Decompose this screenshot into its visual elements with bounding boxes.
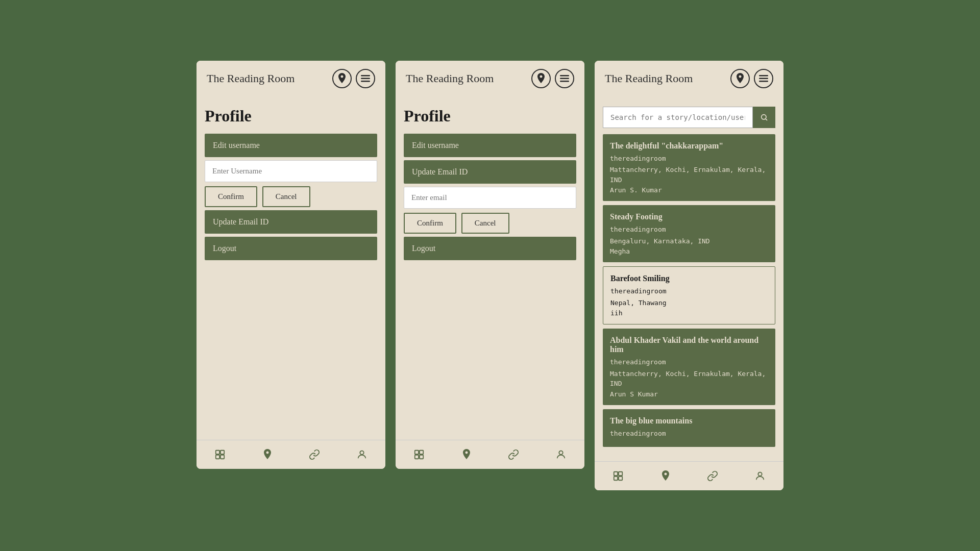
screen-2-profile-email: The Reading Room Profile Edit us (396, 61, 584, 469)
story-title-1: Steady Footing (610, 212, 768, 221)
menu-icon-btn-2[interactable] (555, 69, 574, 88)
location-icon-1 (337, 73, 347, 84)
search-button[interactable] (753, 107, 775, 128)
header-3: The Reading Room (595, 61, 783, 96)
svg-rect-10 (560, 81, 569, 82)
svg-rect-23 (619, 477, 622, 480)
bottom-nav-3 (595, 461, 783, 490)
nav-link-3[interactable] (705, 469, 720, 483)
nav-profile-2[interactable] (554, 447, 568, 462)
nav-location-2[interactable] (459, 447, 474, 462)
nav-home-3[interactable] (611, 469, 625, 483)
bottom-nav-1 (197, 440, 385, 469)
email-btn-row-2: Confirm Cancel (404, 213, 576, 234)
screen-3-search: The Reading Room (595, 61, 783, 491)
nav-location-3[interactable] (658, 469, 673, 483)
header-1: The Reading Room (197, 61, 385, 96)
app-title-2: The Reading Room (406, 72, 494, 85)
svg-rect-11 (415, 450, 419, 454)
confirm-username-btn-1[interactable]: Confirm (205, 186, 257, 207)
screen-1-content: Profile Edit username Confirm Cancel Upd… (197, 96, 385, 440)
story-location-2: Nepal, Thawang (610, 298, 768, 308)
edit-username-btn-2[interactable]: Edit username (404, 134, 576, 157)
nav-profile-3[interactable] (753, 469, 767, 483)
location-icon-btn-3[interactable] (730, 69, 750, 88)
svg-rect-22 (614, 477, 618, 480)
svg-rect-6 (220, 455, 224, 459)
svg-rect-14 (420, 455, 423, 459)
screen-1-profile-username: The Reading Room Profile Edit us (197, 61, 385, 469)
search-bar-container (603, 107, 775, 128)
story-username-1: thereadingroom (610, 224, 768, 235)
confirm-email-btn-2[interactable]: Confirm (404, 213, 456, 234)
story-username-2: thereadingroom (610, 286, 768, 296)
update-email-btn-2[interactable]: Update Email ID (404, 160, 576, 184)
location-icon-3 (736, 73, 745, 84)
story-card-1[interactable]: Steady Footing thereadingroom Bengaluru,… (603, 205, 775, 262)
menu-icon-2 (560, 75, 569, 82)
menu-icon-3 (759, 75, 768, 82)
svg-point-24 (758, 472, 762, 476)
nav-link-2[interactable] (506, 447, 521, 462)
search-input[interactable] (603, 107, 753, 128)
svg-rect-12 (420, 450, 423, 454)
story-card-0[interactable]: The delightful "chakkarappam" thereading… (603, 134, 775, 202)
svg-point-19 (762, 114, 766, 119)
location-icon-2 (536, 73, 546, 84)
svg-rect-20 (614, 472, 618, 475)
svg-rect-3 (216, 450, 219, 454)
svg-rect-8 (560, 75, 569, 77)
logout-btn-1[interactable]: Logout (205, 237, 377, 260)
header-icons-2 (531, 69, 574, 88)
logout-btn-2[interactable]: Logout (404, 237, 576, 260)
story-username-0: thereadingroom (610, 154, 768, 164)
svg-rect-9 (560, 78, 569, 79)
nav-link-1[interactable] (307, 447, 322, 462)
app-title-3: The Reading Room (605, 72, 693, 85)
nav-location-1[interactable] (260, 447, 275, 462)
svg-rect-2 (361, 81, 370, 82)
story-location-3: Mattancherry, Kochi, Ernakulam, Kerala, … (610, 369, 768, 389)
svg-rect-16 (759, 75, 768, 77)
story-location-0: Mattancherry, Kochi, Ernakulam, Kerala, … (610, 165, 768, 185)
header-2: The Reading Room (396, 61, 584, 96)
svg-rect-5 (216, 455, 219, 459)
svg-rect-1 (361, 78, 370, 79)
nav-home-2[interactable] (412, 447, 426, 462)
story-author-3: Arun S Kumar (610, 390, 768, 398)
cancel-username-btn-1[interactable]: Cancel (262, 186, 310, 207)
header-icons-3 (730, 69, 773, 88)
story-card-3[interactable]: Abdul Khader Vakil and the world around … (603, 329, 775, 405)
story-card-4[interactable]: The big blue mountains thereadingroom (603, 409, 775, 447)
story-username-4: thereadingroom (610, 429, 768, 439)
email-input-2[interactable] (404, 187, 576, 209)
story-title-0: The delightful "chakkarappam" (610, 141, 768, 151)
menu-icon-btn-3[interactable] (754, 69, 773, 88)
app-title-1: The Reading Room (207, 72, 295, 85)
screen-3-content: The delightful "chakkarappam" thereading… (595, 96, 783, 462)
nav-profile-1[interactable] (355, 447, 369, 462)
username-input-1[interactable] (205, 160, 377, 182)
profile-title-2: Profile (404, 107, 576, 126)
location-icon-btn-1[interactable] (332, 69, 352, 88)
story-username-3: thereadingroom (610, 357, 768, 367)
header-icons-1 (332, 69, 375, 88)
screens-container: The Reading Room Profile Edit us (197, 61, 783, 491)
story-card-2[interactable]: Barefoot Smiling thereadingroom Nepal, T… (603, 266, 775, 324)
username-btn-row-1: Confirm Cancel (205, 186, 377, 207)
story-author-1: Megha (610, 247, 768, 255)
svg-rect-0 (361, 75, 370, 77)
story-title-3: Abdul Khader Vakil and the world around … (610, 336, 768, 354)
nav-home-1[interactable] (213, 447, 227, 462)
cancel-email-btn-2[interactable]: Cancel (461, 213, 509, 234)
location-icon-btn-2[interactable] (531, 69, 551, 88)
story-author-0: Arun S. Kumar (610, 186, 768, 194)
update-email-btn-1[interactable]: Update Email ID (205, 210, 377, 234)
svg-rect-13 (415, 455, 419, 459)
menu-icon-btn-1[interactable] (356, 69, 375, 88)
svg-point-7 (360, 450, 363, 454)
svg-rect-4 (220, 450, 224, 454)
svg-rect-18 (759, 81, 768, 82)
edit-username-btn-1[interactable]: Edit username (205, 134, 377, 157)
svg-rect-21 (619, 472, 622, 475)
